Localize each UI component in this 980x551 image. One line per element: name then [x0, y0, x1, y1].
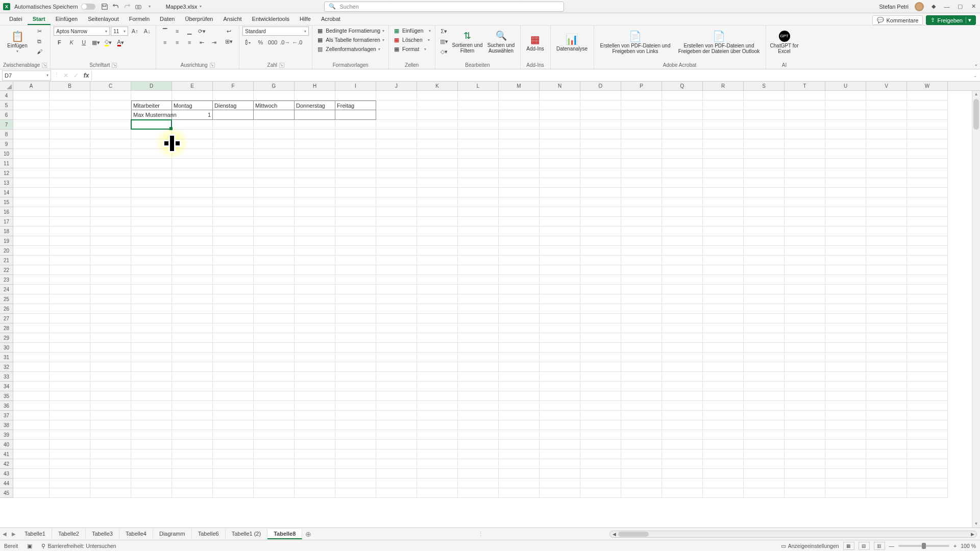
cell-P35[interactable] [621, 391, 662, 401]
cell-L21[interactable] [458, 256, 499, 265]
cell-S41[interactable] [744, 449, 785, 459]
cell-P29[interactable] [621, 333, 662, 343]
col-header-O[interactable]: O [580, 82, 621, 90]
cell-D18[interactable] [131, 227, 172, 236]
cell-U38[interactable] [825, 420, 866, 430]
sheet-nav-right-icon[interactable]: ▶ [9, 531, 18, 537]
cell-V4[interactable] [866, 91, 907, 101]
cell-R20[interactable] [703, 246, 744, 256]
cell-V30[interactable] [866, 343, 907, 353]
row-header-24[interactable]: 24 [0, 285, 13, 294]
cell-K11[interactable] [417, 159, 458, 168]
row-header-29[interactable]: 29 [0, 333, 13, 343]
cell-T35[interactable] [785, 391, 825, 401]
cell-Q15[interactable] [662, 197, 703, 207]
tab-formeln[interactable]: Formeln [124, 14, 155, 25]
cell-E14[interactable] [172, 188, 213, 197]
cell-G19[interactable] [254, 236, 295, 246]
cell-W21[interactable] [907, 256, 948, 265]
row-header-25[interactable]: 25 [0, 294, 13, 304]
cell-W27[interactable] [907, 314, 948, 323]
cell-U7[interactable] [825, 120, 866, 130]
cell-O32[interactable] [580, 362, 621, 372]
cell-G7[interactable] [254, 120, 295, 130]
cell-S19[interactable] [744, 236, 785, 246]
tab-seitenlayout[interactable]: Seitenlayout [83, 14, 124, 25]
cell-M44[interactable] [499, 479, 540, 488]
thousands-icon[interactable]: 000 [267, 38, 278, 47]
col-header-G[interactable]: G [254, 82, 295, 90]
row-header-30[interactable]: 30 [0, 343, 13, 353]
cell-I36[interactable] [335, 401, 376, 411]
cell-E39[interactable] [172, 430, 213, 440]
cell-O5[interactable] [580, 101, 621, 110]
cell-S34[interactable] [744, 382, 785, 391]
cell-A23[interactable] [13, 275, 50, 285]
cell-J5[interactable] [376, 101, 417, 110]
cell-G21[interactable] [254, 256, 295, 265]
cell-A34[interactable] [13, 382, 50, 391]
cell-I22[interactable] [335, 265, 376, 275]
cell-H43[interactable] [295, 469, 335, 479]
cell-C43[interactable] [90, 469, 131, 479]
cell-U22[interactable] [825, 265, 866, 275]
cell-N39[interactable] [540, 430, 580, 440]
cell-styles-button[interactable]: ▥Zellenformatvorlagen▾ [315, 45, 385, 53]
cell-T39[interactable] [785, 430, 825, 440]
cell-T6[interactable] [785, 110, 825, 120]
cell-F24[interactable] [213, 285, 254, 294]
cell-U43[interactable] [825, 469, 866, 479]
cell-E28[interactable] [172, 323, 213, 333]
cell-R38[interactable] [703, 420, 744, 430]
cell-O28[interactable] [580, 323, 621, 333]
cell-E24[interactable] [172, 285, 213, 294]
cell-H8[interactable] [295, 130, 335, 139]
cell-E36[interactable] [172, 401, 213, 411]
cell-C39[interactable] [90, 430, 131, 440]
cell-A32[interactable] [13, 362, 50, 372]
cell-R33[interactable] [703, 372, 744, 382]
cell-V29[interactable] [866, 333, 907, 343]
cell-M7[interactable] [499, 120, 540, 130]
cell-H16[interactable] [295, 207, 335, 217]
cell-S36[interactable] [744, 401, 785, 411]
col-header-D[interactable]: D [131, 82, 172, 90]
cell-R32[interactable] [703, 362, 744, 372]
cell-E30[interactable] [172, 343, 213, 353]
cell-P14[interactable] [621, 188, 662, 197]
cell-V44[interactable] [866, 479, 907, 488]
merge-icon[interactable]: ⊞▾ [222, 37, 236, 46]
cell-T34[interactable] [785, 382, 825, 391]
tab-hilfe[interactable]: Hilfe [295, 14, 316, 25]
cell-U21[interactable] [825, 256, 866, 265]
cell-N7[interactable] [540, 120, 580, 130]
row-header-14[interactable]: 14 [0, 188, 13, 197]
dialog-launcher-icon[interactable]: ↘ [279, 63, 284, 68]
dialog-launcher-icon[interactable]: ↘ [210, 63, 215, 68]
cell-V23[interactable] [866, 275, 907, 285]
cell-G25[interactable] [254, 294, 295, 304]
cell-G29[interactable] [254, 333, 295, 343]
cell-P11[interactable] [621, 159, 662, 168]
cell-G14[interactable] [254, 188, 295, 197]
col-header-S[interactable]: S [744, 82, 785, 90]
cell-C5[interactable] [90, 101, 131, 110]
hscroll-right-icon[interactable]: ▶ [969, 532, 975, 537]
cell-J39[interactable] [376, 430, 417, 440]
cell-P25[interactable] [621, 294, 662, 304]
cell-U12[interactable] [825, 168, 866, 178]
cell-S28[interactable] [744, 323, 785, 333]
cell-U13[interactable] [825, 178, 866, 188]
cell-O13[interactable] [580, 178, 621, 188]
find-select-button[interactable]: 🔍 Suchen und Auswählen [485, 27, 517, 58]
cell-B24[interactable] [50, 285, 90, 294]
cell-F43[interactable] [213, 469, 254, 479]
cell-T16[interactable] [785, 207, 825, 217]
cell-R24[interactable] [703, 285, 744, 294]
cell-K32[interactable] [417, 362, 458, 372]
cell-D35[interactable] [131, 391, 172, 401]
cell-M19[interactable] [499, 236, 540, 246]
cell-G11[interactable] [254, 159, 295, 168]
cell-A6[interactable] [13, 110, 50, 120]
cell-D19[interactable] [131, 236, 172, 246]
